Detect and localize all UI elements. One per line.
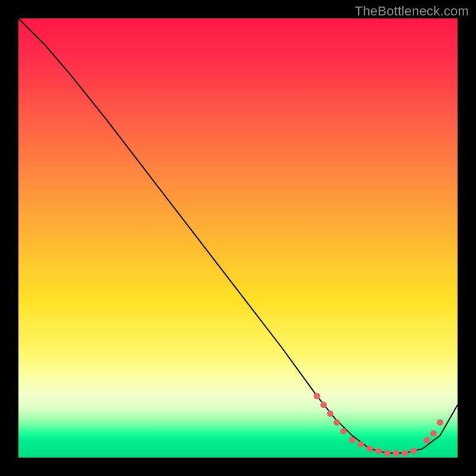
watermark-text: TheBottleneck.com xyxy=(355,4,469,19)
plot-area xyxy=(18,18,458,458)
data-point xyxy=(402,450,408,456)
data-point xyxy=(320,402,327,408)
data-point xyxy=(393,450,399,456)
data-point xyxy=(437,419,443,426)
data-point xyxy=(367,446,373,452)
data-point xyxy=(349,437,355,443)
data-point xyxy=(340,428,347,434)
data-point xyxy=(327,411,334,417)
data-point xyxy=(334,419,340,426)
data-point xyxy=(375,447,382,454)
bottleneck-curve xyxy=(18,18,458,453)
data-point xyxy=(358,441,364,447)
data-points xyxy=(314,393,443,456)
data-point xyxy=(384,450,390,456)
data-point xyxy=(430,430,437,437)
curve-layer xyxy=(18,18,458,458)
chart-frame: TheBottleneck.com xyxy=(0,0,476,476)
data-point xyxy=(424,437,430,443)
data-point xyxy=(314,393,320,399)
data-point xyxy=(411,447,417,454)
